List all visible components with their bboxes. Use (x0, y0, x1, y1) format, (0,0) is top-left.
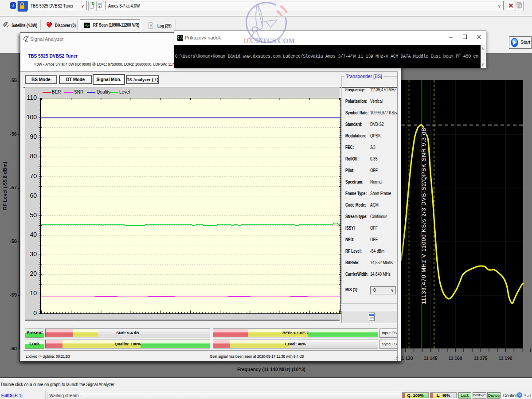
svg-text:DX: DX (243, 37, 254, 44)
svg-text:11139,470 MHz V 11000 KS/s 2/3: 11139,470 MHz V 11000 KS/s 2/3 DVB-S2/QP… (420, 127, 427, 304)
svg-text:SATCS.COM: SATCS.COM (254, 37, 295, 44)
